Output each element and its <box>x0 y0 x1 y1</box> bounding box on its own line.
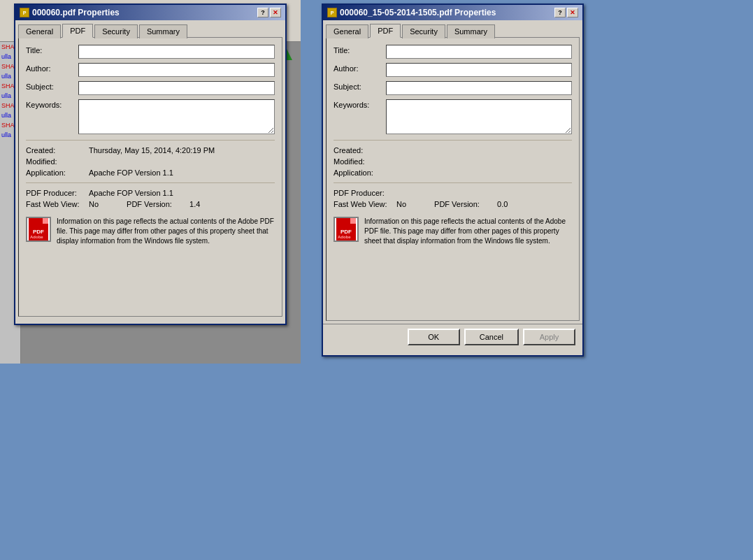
window2-subject-label: Subject: <box>334 81 386 91</box>
window1-pdf-icon: PDF Adobe <box>29 218 48 240</box>
window1-keywords-label: Keywords: <box>26 99 78 109</box>
window1-pdfversion-label: PDF Version: <box>127 200 189 208</box>
window1-tab-general[interactable]: General <box>18 24 61 38</box>
window2-ok-button[interactable]: OK <box>408 329 460 345</box>
window1-created-value: Thursday, May 15, 2014, 4:20:19 PM <box>89 146 215 155</box>
window1-divider1 <box>26 140 275 141</box>
window1-modified-label: Modified: <box>26 157 89 166</box>
window2-fastweb-label: Fast Web View: <box>334 200 396 208</box>
window2-apply-button[interactable]: Apply <box>523 329 575 345</box>
window2-fastweb-row: Fast Web View: No PDF Version: 0.0 <box>334 200 572 208</box>
window2-close-button[interactable]: ✕ <box>567 8 578 17</box>
window1-title-input[interactable] <box>78 45 275 59</box>
window2-tabs: General PDF Security Summary <box>323 20 582 37</box>
window1-tab-pdf[interactable]: PDF <box>62 24 93 38</box>
window1-titlebar-buttons: ? ✕ <box>257 8 281 17</box>
window2-author-input[interactable] <box>386 63 572 77</box>
window2-created-row: Created: <box>334 146 572 155</box>
window2-icon: P <box>327 8 337 17</box>
window1-fastweb-row: Fast Web View: No PDF Version: 1.4 <box>26 200 275 208</box>
window2-title-label: Title: <box>334 45 386 55</box>
window1-tabs: General PDF Security Summary <box>15 20 285 37</box>
window1-author-field-row: Author: <box>26 63 275 77</box>
window2-tab-pdf[interactable]: PDF <box>370 24 401 38</box>
window2-title-input[interactable] <box>386 45 572 59</box>
window2-modified-row: Modified: <box>334 157 572 166</box>
window1-application-value: Apache FOP Version 1.1 <box>89 168 173 177</box>
window2-titlebar: P 000060_15-05-2014-1505.pdf Properties … <box>323 5 582 20</box>
window2-subject-field-row: Subject: <box>334 81 572 95</box>
window2-pdf-info-box: PDF Adobe Information on this page refle… <box>334 217 572 246</box>
window2-help-button[interactable]: ? <box>554 8 566 17</box>
window1-tab-summary[interactable]: Summary <box>139 24 187 38</box>
window1-author-label: Author: <box>26 63 78 73</box>
window2-created-label: Created: <box>334 146 396 155</box>
window2-author-field-row: Author: <box>334 63 572 77</box>
window2-pdfproducer-row: PDF Producer: <box>334 189 572 197</box>
window2-tab-general[interactable]: General <box>326 24 368 38</box>
window2-keywords-field-row: Keywords: <box>334 99 572 134</box>
window1-title-label: Title: <box>26 45 78 55</box>
window2-titlebar-buttons: ? ✕ <box>554 8 578 17</box>
window1-divider2 <box>26 182 275 183</box>
window2-application-row: Application: <box>334 168 572 177</box>
window1-created-row: Created: Thursday, May 15, 2014, 4:20:19… <box>26 146 275 155</box>
window1-subject-field-row: Subject: <box>26 81 275 95</box>
window1-title-text: 000060.pdf Properties <box>32 8 120 17</box>
window2-content: Title: Author: Subject: Keywords: Create… <box>326 37 580 321</box>
window2-tab-summary[interactable]: Summary <box>447 24 495 38</box>
window2-cancel-button[interactable]: Cancel <box>464 329 519 345</box>
window2-tab-security[interactable]: Security <box>402 24 445 38</box>
window1-modified-row: Modified: <box>26 157 275 166</box>
window1-help-button[interactable]: ? <box>257 8 268 17</box>
window1-keywords-input[interactable] <box>78 99 275 134</box>
window2-modified-label: Modified: <box>334 157 396 166</box>
window2-dialog-buttons: OK Cancel Apply <box>323 324 582 350</box>
window2-subject-input[interactable] <box>386 81 572 95</box>
window1-author-input[interactable] <box>78 63 275 77</box>
window1-title-field-row: Title: <box>26 45 275 59</box>
window1-created-label: Created: <box>26 146 89 155</box>
window2-title-text: 000060_15-05-2014-1505.pdf Properties <box>340 8 496 17</box>
window2-pdfversion-label: PDF Version: <box>434 200 497 208</box>
window1-application-row: Application: Apache FOP Version 1.1 <box>26 168 275 177</box>
window2-pdf-icon: PDF Adobe <box>336 218 356 240</box>
window2-keywords-label: Keywords: <box>334 99 386 109</box>
window1-tab-security[interactable]: Security <box>94 24 138 38</box>
window1-icon: P <box>20 8 29 17</box>
window1-fastweb-value: No <box>89 200 99 208</box>
window2-keywords-input[interactable] <box>386 99 572 134</box>
svg-text:P: P <box>331 10 334 15</box>
window2-application-label: Application: <box>334 168 396 177</box>
window1-pdf-info-box: PDF Adobe Information on this page refle… <box>26 217 275 246</box>
window1-fastweb-label: Fast Web View: <box>26 200 89 208</box>
window1-titlebar: P 000060.pdf Properties ? ✕ <box>15 5 285 20</box>
window1-close-button[interactable]: ✕ <box>270 8 281 17</box>
window1-content: Title: Author: Subject: Keywords: Create… <box>18 37 282 317</box>
window1-pdfproducer-label: PDF Producer: <box>26 189 89 197</box>
window2-pdfproducer-label: PDF Producer: <box>334 189 396 197</box>
window2-fastweb-value: No <box>396 200 406 208</box>
window2-pdfversion-value: 0.0 <box>497 200 508 208</box>
window1-pdf-icon-box: PDF Adobe <box>26 217 51 242</box>
window1-pdfproducer-value: Apache FOP Version 1.1 <box>89 189 173 197</box>
window1-pdfversion-value: 1.4 <box>189 200 200 208</box>
window1: P 000060.pdf Properties ? ✕ General PDF … <box>14 3 287 325</box>
window2-divider1 <box>334 140 572 141</box>
window1-pdfproducer-row: PDF Producer: Apache FOP Version 1.1 <box>26 189 275 197</box>
window2-title-left: P 000060_15-05-2014-1505.pdf Properties <box>327 8 496 17</box>
window1-subject-input[interactable] <box>78 81 275 95</box>
window2-divider2 <box>334 182 572 183</box>
window2-author-label: Author: <box>334 63 386 73</box>
window2-pdf-icon-box: PDF Adobe <box>334 217 359 242</box>
svg-text:P: P <box>23 10 27 15</box>
window1-application-label: Application: <box>26 168 89 177</box>
window2: P 000060_15-05-2014-1505.pdf Properties … <box>322 3 584 357</box>
window2-title-field-row: Title: <box>334 45 572 59</box>
window1-title-left: P 000060.pdf Properties <box>20 8 120 17</box>
window1-subject-label: Subject: <box>26 81 78 91</box>
window1-pdf-info-text: Information on this page reflects the ac… <box>57 217 275 246</box>
window2-pdf-info-text: Information on this page reflects the ac… <box>364 217 572 246</box>
window1-keywords-field-row: Keywords: <box>26 99 275 134</box>
